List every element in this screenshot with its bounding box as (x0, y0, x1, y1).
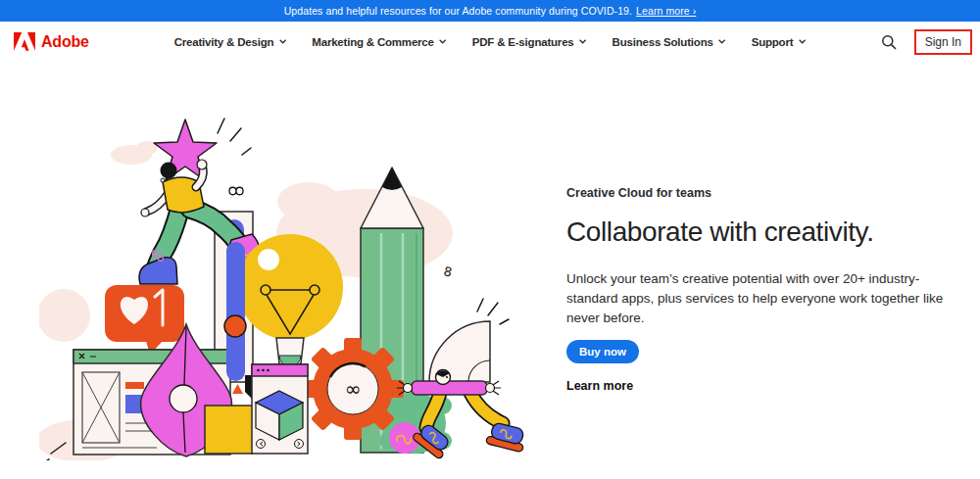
main-menu: Creativity & Design Marketing & Commerce… (174, 22, 807, 62)
hero-title: Collaborate with creativity. (566, 216, 958, 248)
search-icon (881, 34, 897, 50)
sparkle-lines-right (477, 299, 509, 324)
nav-item-business-solutions[interactable]: Business Solutions (612, 36, 726, 48)
nav-item-creativity-design[interactable]: Creativity & Design (174, 36, 287, 48)
eight-doodle: 8 (442, 263, 453, 279)
hero-description: Unlock your team’s creative potential wi… (566, 269, 958, 328)
nav-item-pdf-esignatures[interactable]: PDF & E-signatures (472, 36, 587, 48)
svg-text:∞: ∞ (345, 377, 362, 401)
slider-shape (224, 242, 246, 394)
banner-learn-more-link[interactable]: Learn more › (636, 5, 696, 17)
hero-copy: Creative Cloud for teams Collaborate wit… (566, 186, 958, 393)
nav-item-marketing-commerce[interactable]: Marketing & Commerce (312, 36, 446, 48)
chevron-down-icon (718, 39, 726, 44)
adobe-mark-icon (14, 32, 35, 51)
nav-item-support[interactable]: Support (752, 36, 807, 48)
covid-banner: Updates and helpful resources for our Ad… (0, 0, 980, 22)
buy-now-button[interactable]: Buy now (566, 340, 639, 363)
cube-window (252, 364, 308, 454)
top-nav: Adobe Creativity & Design Marketing & Co… (0, 22, 980, 62)
sparkle-lines (218, 119, 251, 155)
orange-gear-shape: ∞ (302, 338, 404, 440)
sign-in-button[interactable]: Sign In (914, 29, 972, 55)
brand-name: Adobe (41, 33, 89, 51)
nav-right-actions: Sign In (875, 22, 972, 62)
learn-more-link[interactable]: Learn more (566, 379, 633, 393)
hero-illustration: ∞ 8 (39, 93, 559, 460)
chevron-down-icon (579, 39, 587, 44)
yellow-square (205, 406, 253, 454)
chevron-down-icon (278, 39, 286, 44)
chevron-down-icon (439, 39, 447, 44)
hero-eyebrow: Creative Cloud for teams (566, 186, 958, 200)
chevron-down-icon (798, 39, 806, 44)
infinity-doodle (229, 187, 243, 195)
adobe-logo[interactable]: Adobe (14, 22, 89, 62)
like-badge (105, 285, 184, 355)
banner-message: Updates and helpful resources for our Ad… (284, 5, 632, 17)
adobe-homepage: Updates and helpful resources for our Ad… (0, 0, 980, 479)
search-button[interactable] (875, 28, 903, 56)
